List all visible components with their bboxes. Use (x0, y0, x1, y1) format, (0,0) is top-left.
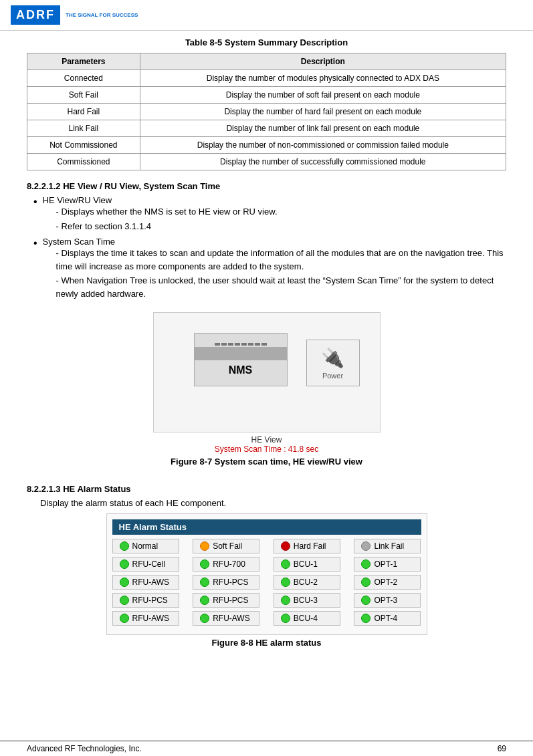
alarm-device-row: RFU-PCSRFU-PCSBCU-3OPT-3 (112, 593, 421, 608)
figure7-label: Figure 8-7 System scan time, HE view/RU … (171, 457, 362, 467)
figure7-image: NMS 🔌 Power (153, 312, 381, 432)
device-status-dot (281, 596, 290, 605)
col-header-desc: Description (140, 53, 506, 70)
status-dot (361, 541, 370, 551)
device-status-dot (200, 614, 209, 623)
table-cell: Commissioned (27, 154, 140, 170)
alarm-device-row: RFU-AWSRFU-AWSBCU-4OPT-4 (112, 611, 421, 626)
bullet-dot-2: • (33, 237, 37, 249)
device-status-dot (361, 596, 370, 605)
alarm-image: HE Alarm Status NormalSoft FailHard Fail… (106, 513, 427, 635)
device-status-dot (200, 596, 209, 605)
bullet1-sub1: Displays whether the NMS is set to HE vi… (56, 205, 278, 219)
alarm-status-row: NormalSoft FailHard FailLink Fail (112, 539, 421, 553)
power-icon: 🔌 (321, 347, 344, 369)
device-btn-label: RFU-700 (213, 559, 245, 569)
alarm-device-row: RFU-AWSRFU-PCSBCU-2OPT-2 (112, 575, 421, 590)
alarm-device-btn: RFU-PCS (193, 575, 259, 590)
he-view-text: HE View (215, 435, 318, 445)
alarm-btn-label: Normal (132, 541, 158, 551)
alarm-status-btn: Hard Fail (274, 539, 340, 553)
figure7-container: NMS 🔌 Power HE View System Scan Time : 4… (27, 312, 506, 475)
bullet-label-1: HE View/RU View Displays whether the NMS… (43, 195, 278, 234)
alarm-device-btn: OPT-2 (354, 575, 421, 590)
device-btn-label: OPT-1 (374, 559, 397, 569)
device-status-dot (200, 559, 209, 569)
section-8222-desc: Display the alarm status of each HE comp… (40, 498, 506, 508)
device-btn-label: RFU-PCS (132, 596, 168, 605)
bullet2-sub1: Displays the time it takes to scan and u… (56, 247, 506, 273)
device-btn-label: RFU-AWS (132, 614, 170, 623)
alarm-device-rows: RFU-CellRFU-700BCU-1OPT-1RFU-AWSRFU-PCSB… (112, 557, 421, 626)
device-btn-label: BCU-2 (294, 578, 318, 587)
alarm-status-btn: Normal (112, 539, 179, 553)
page-header: ADRF THE SIGNAL FOR SUCCESS (0, 0, 533, 31)
device-btn-label: RFU-AWS (132, 578, 170, 587)
device-btn-label: RFU-Cell (132, 559, 165, 569)
device-btn-label: BCU-4 (294, 614, 318, 623)
device-btn-label: RFU-AWS (213, 614, 250, 623)
table-cell: Display the number of modules physically… (140, 70, 506, 87)
table-cell: Hard Fail (27, 104, 140, 120)
device-status-dot (120, 559, 129, 569)
device-btn-label: RFU-PCS (213, 596, 248, 605)
nms-device-visual (215, 343, 267, 346)
alarm-status-btn: Link Fail (354, 539, 421, 553)
table-cell: Link Fail (27, 120, 140, 137)
alarm-device-btn: RFU-PCS (112, 593, 179, 608)
alarm-device-btn: RFU-700 (193, 557, 259, 572)
device-status-dot (200, 578, 209, 587)
section-8221-heading: 8.2.2.1.2 HE View / RU View, System Scan… (27, 181, 506, 191)
alarm-device-btn: BCU-2 (274, 575, 340, 590)
table-cell: Display the number of hard fail present … (140, 104, 506, 120)
summary-table: Parameters Description ConnectedDisplay … (27, 53, 506, 170)
alarm-device-btn: RFU-Cell (112, 557, 179, 572)
footer-page: 69 (498, 744, 506, 753)
logo-area: ADRF THE SIGNAL FOR SUCCESS (11, 5, 138, 25)
bullet2-sub2: When Navigation Tree is unlocked, the us… (56, 274, 506, 300)
device-btn-label: OPT-2 (374, 578, 397, 587)
device-status-dot (120, 596, 129, 605)
alarm-title: HE Alarm Status (112, 519, 421, 535)
table-title: Table 8-5 System Summary Description (27, 37, 506, 47)
table-cell: Display the number of non-commissioned o… (140, 137, 506, 154)
status-dot (200, 541, 209, 551)
logo-text: ADRF (11, 5, 60, 25)
bullet-dot-1: • (33, 195, 37, 208)
status-dot (281, 541, 290, 551)
alarm-device-btn: RFU-AWS (112, 611, 179, 626)
bullet2-sublist: Displays the time it takes to scan and u… (56, 247, 506, 300)
alarm-device-btn: OPT-4 (354, 611, 421, 626)
figure8-label: Figure 8-8 HE alarm status (212, 638, 322, 648)
device-status-dot (361, 578, 370, 587)
table-cell: Not Commissioned (27, 137, 140, 154)
alarm-figure-container: HE Alarm Status NormalSoft FailHard Fail… (27, 513, 506, 656)
alarm-btn-label: Link Fail (374, 541, 404, 551)
table-cell: Display the number of soft fail present … (140, 87, 506, 104)
bullet-section-1: • HE View/RU View Displays whether the N… (33, 195, 506, 301)
alarm-device-btn: OPT-1 (354, 557, 421, 572)
alarm-device-btn: RFU-AWS (112, 575, 179, 590)
alarm-device-btn: RFU-AWS (193, 611, 259, 626)
alarm-btn-label: Soft Fail (213, 541, 242, 551)
bullet1-sub2: Refer to section 3.1.1.4 (56, 220, 278, 233)
bullet-label-2: System Scan Time Displays the time it ta… (43, 237, 506, 301)
power-label: Power (322, 372, 343, 380)
alarm-device-btn: BCU-1 (274, 557, 340, 572)
logo-tagline: THE SIGNAL FOR SUCCESS (66, 12, 138, 18)
status-dot (120, 541, 129, 551)
device-btn-label: OPT-4 (374, 614, 397, 623)
table-cell: Soft Fail (27, 87, 140, 104)
device-btn-label: RFU-PCS (213, 578, 248, 587)
alarm-device-btn: RFU-PCS (193, 593, 259, 608)
table-cell: Connected (27, 70, 140, 87)
table-cell: Display the number of link fail present … (140, 120, 506, 137)
device-status-dot (281, 614, 290, 623)
alarm-device-row: RFU-CellRFU-700BCU-1OPT-1 (112, 557, 421, 572)
power-box: 🔌 Power (306, 340, 360, 386)
alarm-btn-label: Hard Fail (294, 541, 326, 551)
alarm-device-btn: BCU-4 (274, 611, 340, 626)
device-btn-label: BCU-1 (294, 559, 318, 569)
device-status-dot (120, 614, 129, 623)
device-status-dot (281, 578, 290, 587)
